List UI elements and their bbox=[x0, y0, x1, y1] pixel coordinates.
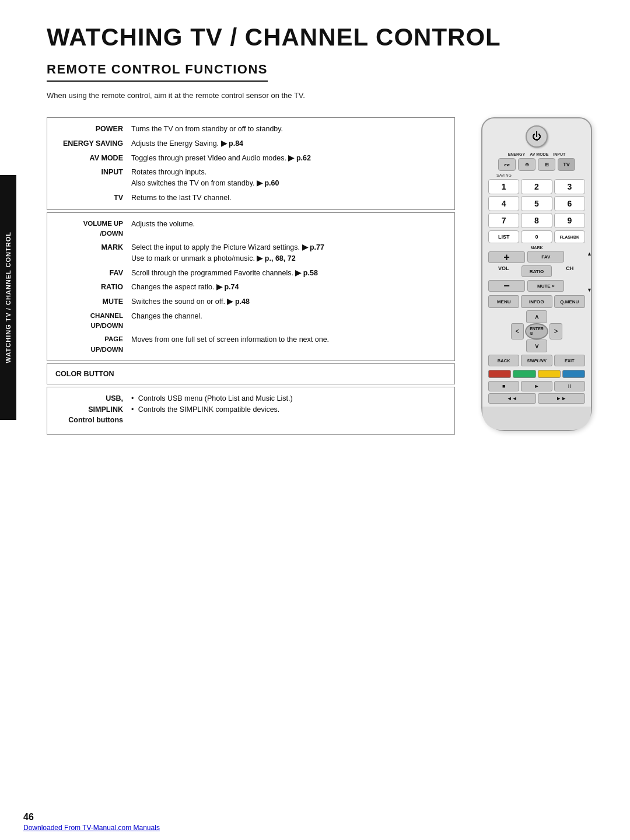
btn-5[interactable]: 5 bbox=[521, 196, 552, 211]
func-label-channel: CHANNELUP/DOWN bbox=[55, 311, 131, 331]
mute-button[interactable]: MUTE × bbox=[527, 280, 564, 292]
func-volume: VOLUME UP/DOWN Adjusts the volume. bbox=[55, 219, 446, 239]
func-desc-mute: Switches the sound on or off. ▶ p.48 bbox=[131, 296, 446, 307]
zero-row: LIST 0 FLASHBK bbox=[488, 230, 585, 243]
fav-button[interactable]: FAV bbox=[527, 251, 564, 262]
func-label-page: PAGEUP/DOWN bbox=[55, 334, 131, 355]
remote-control: ⏻ ENERGY AV MODE INPUT eø ⊕ ⊞ bbox=[478, 117, 595, 431]
nav-up-button[interactable]: ∧ bbox=[526, 310, 547, 323]
usb-desc: • Controls USB menu (Photo List and Musi… bbox=[131, 393, 446, 426]
func-desc-energy: Adjusts the Energy Saving. ▶ p.84 bbox=[131, 138, 446, 149]
bse-row: BACK SIMPLINK EXIT bbox=[488, 355, 585, 366]
rewind-button[interactable]: ◄◄ bbox=[488, 393, 536, 404]
func-desc-power: Turns the TV on from standby or off to s… bbox=[131, 124, 446, 135]
func-desc-volume: Adjusts the volume. bbox=[131, 219, 446, 239]
nav-right-button[interactable]: > bbox=[550, 323, 562, 340]
page-title: WATCHING TV / CHANNEL CONTROL bbox=[47, 23, 601, 51]
list-button[interactable]: LIST bbox=[488, 230, 519, 243]
func-label-energy: ENERGY SAVING bbox=[55, 138, 131, 149]
btn-0[interactable]: 0 bbox=[521, 230, 552, 243]
func-desc-page: Moves from one full set of screen inform… bbox=[131, 334, 446, 355]
func-label-mark: MARK bbox=[55, 242, 131, 264]
simplink-button[interactable]: SIMPLINK bbox=[521, 355, 552, 366]
color-buttons-row bbox=[488, 370, 585, 378]
power-area: ⏻ bbox=[488, 125, 585, 148]
dpad-mid: < ENTER⊙ > bbox=[511, 323, 562, 340]
enter-button[interactable]: ENTER⊙ bbox=[525, 323, 548, 340]
info-button[interactable]: INFO⊙ bbox=[521, 295, 552, 308]
func-desc-channel: Changes the channel. bbox=[131, 311, 446, 331]
play-button[interactable]: ► bbox=[521, 381, 552, 391]
func-label-mute: MUTE bbox=[55, 296, 131, 307]
flashbk-button[interactable]: FLASHBK bbox=[554, 230, 585, 243]
func-channel: CHANNELUP/DOWN Changes the channel. bbox=[55, 311, 446, 331]
func-desc-fav: Scroll through the programmed Favorite c… bbox=[131, 268, 446, 279]
vol-down-button[interactable]: − bbox=[488, 280, 525, 292]
remote-bottom bbox=[482, 407, 591, 430]
input-button[interactable]: ⊞ bbox=[538, 158, 555, 171]
stop-button[interactable]: ■ bbox=[488, 381, 519, 391]
usb-box: USB,SIMPLINKControl buttons • Controls U… bbox=[47, 387, 455, 435]
btn-3[interactable]: 3 bbox=[554, 179, 585, 194]
yellow-color-button[interactable] bbox=[538, 370, 561, 378]
back-button[interactable]: BACK bbox=[488, 355, 519, 366]
top-labels-row: ENERGY AV MODE INPUT bbox=[488, 152, 585, 156]
usb-row-usb: USB,SIMPLINKControl buttons • Controls U… bbox=[55, 393, 446, 426]
energy-button[interactable]: eø bbox=[498, 158, 516, 171]
btn-1[interactable]: 1 bbox=[488, 179, 519, 194]
number-grid: 1 2 3 4 5 6 7 8 9 bbox=[488, 179, 585, 228]
menu-row: MENU INFO⊙ Q.MENU bbox=[488, 295, 585, 308]
func-label-avmode: AV MODE bbox=[55, 153, 131, 164]
section-box-main: POWER Turns the TV on from standby or of… bbox=[47, 117, 455, 210]
remote-body: ⏻ ENERGY AV MODE INPUT eø ⊕ ⊞ bbox=[481, 117, 592, 431]
exit-button[interactable]: EXIT bbox=[554, 355, 585, 366]
blue-color-button[interactable] bbox=[562, 370, 585, 378]
func-desc-input: Rotates through inputs.Also switches the… bbox=[131, 167, 446, 189]
avmode-button[interactable]: ⊕ bbox=[518, 158, 536, 171]
func-label-ratio: RATIO bbox=[55, 282, 131, 293]
func-desc-avmode: Toggles through preset Video and Audio m… bbox=[131, 153, 446, 164]
btn-4[interactable]: 4 bbox=[488, 196, 519, 211]
rewff-row: ◄◄ ►► bbox=[488, 393, 585, 404]
func-fav: FAV Scroll through the programmed Favori… bbox=[55, 268, 446, 279]
tv-button[interactable]: TV bbox=[558, 158, 575, 171]
func-tv: TV Returns to the last TV channel. bbox=[55, 192, 446, 204]
footer-link[interactable]: Downloaded From TV-Manual.com Manuals bbox=[23, 824, 160, 832]
btn-7[interactable]: 7 bbox=[488, 213, 519, 228]
ratio-button[interactable]: RATIO bbox=[522, 265, 552, 277]
red-color-button[interactable] bbox=[488, 370, 511, 378]
pause-button[interactable]: II bbox=[554, 381, 585, 391]
func-page: PAGEUP/DOWN Moves from one full set of s… bbox=[55, 334, 446, 355]
func-energy: ENERGY SAVING Adjusts the Energy Saving.… bbox=[55, 138, 446, 149]
power-button[interactable]: ⏻ bbox=[526, 125, 548, 148]
usb-label-usb: USB,SIMPLINKControl buttons bbox=[55, 393, 131, 426]
func-input: INPUT Rotates through inputs.Also switch… bbox=[55, 167, 446, 189]
fastforward-button[interactable]: ►► bbox=[538, 393, 586, 404]
green-color-button[interactable] bbox=[513, 370, 536, 378]
side-tab: WATCHING TV / CHANNEL CONTROL bbox=[0, 175, 16, 420]
vol-up-button[interactable]: + bbox=[488, 251, 525, 263]
intro-text: When using the remote control, aim it at… bbox=[47, 91, 601, 100]
func-label-volume: VOLUME UP/DOWN bbox=[55, 219, 131, 239]
func-mark: MARK Select the input to apply the Pictu… bbox=[55, 242, 446, 264]
func-label-fav: FAV bbox=[55, 268, 131, 279]
function-table: POWER Turns the TV on from standby or of… bbox=[47, 117, 455, 435]
dpad-area: ∧ < ENTER⊙ > ∨ bbox=[488, 310, 585, 352]
avmode-label: AV MODE bbox=[530, 152, 548, 156]
section-box-vol: VOLUME UP/DOWN Adjusts the volume. MARK … bbox=[47, 212, 455, 361]
page-number: 46 bbox=[23, 812, 34, 822]
btn-2[interactable]: 2 bbox=[521, 179, 552, 194]
nav-left-button[interactable]: < bbox=[511, 323, 524, 340]
func-power: POWER Turns the TV on from standby or of… bbox=[55, 124, 446, 135]
nav-down-button[interactable]: ∨ bbox=[526, 340, 547, 352]
menu-button[interactable]: MENU bbox=[488, 295, 519, 308]
func-desc-tv: Returns to the last TV channel. bbox=[131, 192, 446, 204]
func-label-input: INPUT bbox=[55, 167, 131, 189]
func-label-power: POWER bbox=[55, 124, 131, 135]
btn-8[interactable]: 8 bbox=[521, 213, 552, 228]
top-btn-row: eø ⊕ ⊞ TV bbox=[488, 158, 585, 171]
btn-6[interactable]: 6 bbox=[554, 196, 585, 211]
qmenu-button[interactable]: Q.MENU bbox=[554, 295, 585, 308]
playback-row: ■ ► II bbox=[488, 381, 585, 391]
btn-9[interactable]: 9 bbox=[554, 213, 585, 228]
